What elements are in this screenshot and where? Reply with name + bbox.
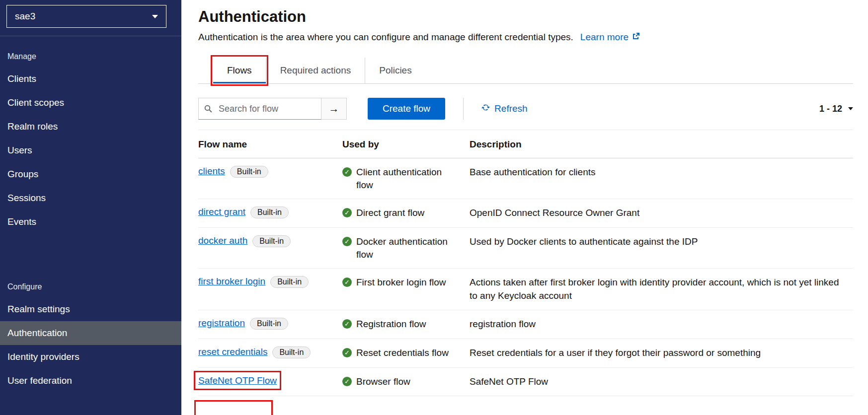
sidebar-item-clients[interactable]: Clients bbox=[0, 67, 181, 91]
table-row: registrationBuilt-in✓Registration flowre… bbox=[198, 310, 853, 339]
sidebar-item-realm-roles[interactable]: Realm roles bbox=[0, 115, 181, 138]
sidebar-item-authentication[interactable]: Authentication bbox=[0, 321, 181, 345]
tab-flows[interactable]: Flows bbox=[213, 58, 266, 83]
success-check-icon: ✓ bbox=[342, 377, 352, 386]
used-by-label: First broker login flow bbox=[356, 276, 446, 289]
flow-name-cell: SafeNet OTP Flow bbox=[198, 375, 342, 386]
sidebar: sae3 ManageClientsClient scopesRealm rol… bbox=[0, 0, 181, 415]
flow-link-registration[interactable]: registration bbox=[198, 318, 245, 328]
description-cell: Used by Docker clients to authenticate a… bbox=[470, 235, 853, 249]
refresh-icon bbox=[481, 103, 490, 114]
success-check-icon: ✓ bbox=[342, 237, 352, 246]
main-content: Authentication Authentication is the are… bbox=[181, 0, 868, 415]
sidebar-nav: ManageClientsClient scopesRealm rolesUse… bbox=[0, 48, 181, 393]
description-cell: registration flow bbox=[470, 318, 853, 331]
used-by-label: Browser flow bbox=[356, 375, 410, 388]
description-cell: Actions taken after first broker login w… bbox=[470, 276, 853, 302]
used-by-label: Client authentication flow bbox=[356, 166, 456, 191]
search-submit-button[interactable]: → bbox=[321, 98, 347, 120]
flow-link-first-broker-login[interactable]: first broker login bbox=[198, 276, 265, 286]
sidebar-item-user-federation[interactable]: User federation bbox=[0, 369, 181, 393]
sidebar-item-groups[interactable]: Groups bbox=[0, 162, 181, 186]
tab-bar: FlowsRequired actionsPolicies bbox=[198, 58, 853, 84]
learn-more-label: Learn more bbox=[580, 32, 629, 43]
toolbar-divider bbox=[463, 98, 464, 120]
used-by-label: Registration flow bbox=[356, 318, 426, 331]
flow-name-cell: clientsBuilt-in bbox=[198, 166, 342, 178]
nav-section-label: Configure bbox=[0, 278, 181, 297]
create-flow-button[interactable]: Create flow bbox=[368, 98, 445, 120]
toolbar: → Create flow Refresh 1 - 12 bbox=[198, 84, 853, 130]
flows-table: clientsBuilt-in✓Client authentication fl… bbox=[198, 158, 853, 396]
page-title: Authentication bbox=[198, 8, 853, 26]
pagination-range: 1 - 12 bbox=[819, 104, 842, 114]
sidebar-item-realm-settings[interactable]: Realm settings bbox=[0, 297, 181, 321]
flow-name-cell: direct grantBuilt-in bbox=[198, 207, 342, 218]
flow-link-docker-auth[interactable]: docker auth bbox=[198, 235, 247, 246]
flow-link-clients[interactable]: clients bbox=[198, 166, 225, 176]
nav-section-label: Manage bbox=[0, 48, 181, 67]
used-by-label: Docker authentication flow bbox=[356, 235, 456, 261]
used-by-cell: ✓Direct grant flow bbox=[342, 207, 470, 219]
sidebar-item-events[interactable]: Events bbox=[0, 210, 181, 234]
tab-required-actions[interactable]: Required actions bbox=[266, 58, 365, 83]
chevron-down-icon bbox=[152, 15, 158, 18]
sidebar-item-users[interactable]: Users bbox=[0, 138, 181, 162]
external-link-icon bbox=[632, 32, 640, 43]
table-row: direct grantBuilt-in✓Direct grant flowOp… bbox=[198, 199, 853, 228]
table-row: docker authBuilt-in✓Docker authenticatio… bbox=[198, 228, 853, 269]
used-by-label: Direct grant flow bbox=[356, 207, 424, 219]
column-used-by: Used by bbox=[342, 139, 470, 150]
built-in-badge: Built-in bbox=[252, 235, 291, 247]
description-cell: Reset credentials for a user if they for… bbox=[470, 346, 853, 360]
refresh-link[interactable]: Refresh bbox=[481, 103, 528, 114]
built-in-badge: Built-in bbox=[250, 318, 288, 330]
used-by-cell: ✓Reset credentials flow bbox=[342, 346, 470, 359]
realm-name: sae3 bbox=[15, 11, 35, 22]
search-group: → bbox=[198, 98, 347, 120]
flow-name-cell: registrationBuilt-in bbox=[198, 318, 342, 330]
built-in-badge: Built-in bbox=[272, 346, 311, 358]
table-row: reset credentialsBuilt-in✓Reset credenti… bbox=[198, 339, 853, 368]
annotation-box-partial bbox=[194, 400, 273, 415]
sidebar-item-client-scopes[interactable]: Client scopes bbox=[0, 91, 181, 115]
learn-more-link[interactable]: Learn more bbox=[580, 32, 640, 43]
table-row: first broker loginBuilt-in✓First broker … bbox=[198, 269, 853, 310]
search-input[interactable] bbox=[198, 98, 321, 120]
table-row: clientsBuilt-in✓Client authentication fl… bbox=[198, 158, 853, 199]
description-cell: OpenID Connect Resource Owner Grant bbox=[470, 207, 853, 220]
table-header: Flow name Used by Description bbox=[198, 130, 853, 158]
refresh-label: Refresh bbox=[494, 103, 528, 114]
description-cell: Base authentication for clients bbox=[470, 166, 853, 179]
chevron-down-icon bbox=[848, 107, 853, 110]
pagination-toggle[interactable]: 1 - 12 bbox=[819, 104, 853, 114]
description-cell: SafeNet OTP Flow bbox=[470, 375, 853, 389]
realm-selector-area: sae3 bbox=[0, 0, 181, 36]
built-in-badge: Built-in bbox=[230, 166, 268, 178]
success-check-icon: ✓ bbox=[342, 319, 352, 329]
column-flow-name: Flow name bbox=[198, 139, 342, 150]
used-by-cell: ✓Registration flow bbox=[342, 318, 470, 331]
success-check-icon: ✓ bbox=[342, 348, 352, 357]
flow-link-direct-grant[interactable]: direct grant bbox=[198, 207, 245, 217]
built-in-badge: Built-in bbox=[250, 207, 289, 218]
flow-link-safenet-otp-flow[interactable]: SafeNet OTP Flow bbox=[198, 375, 277, 386]
used-by-cell: ✓Browser flow bbox=[342, 375, 470, 388]
used-by-cell: ✓Client authentication flow bbox=[342, 166, 470, 191]
flow-name-cell: reset credentialsBuilt-in bbox=[198, 346, 342, 358]
flow-link-reset-credentials[interactable]: reset credentials bbox=[198, 346, 267, 357]
page-subtitle-row: Authentication is the area where you can… bbox=[198, 32, 853, 43]
used-by-cell: ✓Docker authentication flow bbox=[342, 235, 470, 261]
tab-policies[interactable]: Policies bbox=[365, 58, 425, 83]
realm-selector[interactable]: sae3 bbox=[6, 5, 166, 28]
success-check-icon: ✓ bbox=[342, 167, 352, 177]
column-description: Description bbox=[470, 139, 853, 150]
nav-section-manage: ManageClientsClient scopesRealm rolesUse… bbox=[0, 48, 181, 234]
page-subtitle: Authentication is the area where you can… bbox=[198, 32, 573, 43]
used-by-label: Reset credentials flow bbox=[356, 346, 449, 359]
nav-section-configure: ConfigureRealm settingsAuthenticationIde… bbox=[0, 278, 181, 393]
sidebar-item-identity-providers[interactable]: Identity providers bbox=[0, 345, 181, 369]
sidebar-item-sessions[interactable]: Sessions bbox=[0, 186, 181, 210]
success-check-icon: ✓ bbox=[342, 208, 352, 217]
flow-name-cell: docker authBuilt-in bbox=[198, 235, 342, 247]
